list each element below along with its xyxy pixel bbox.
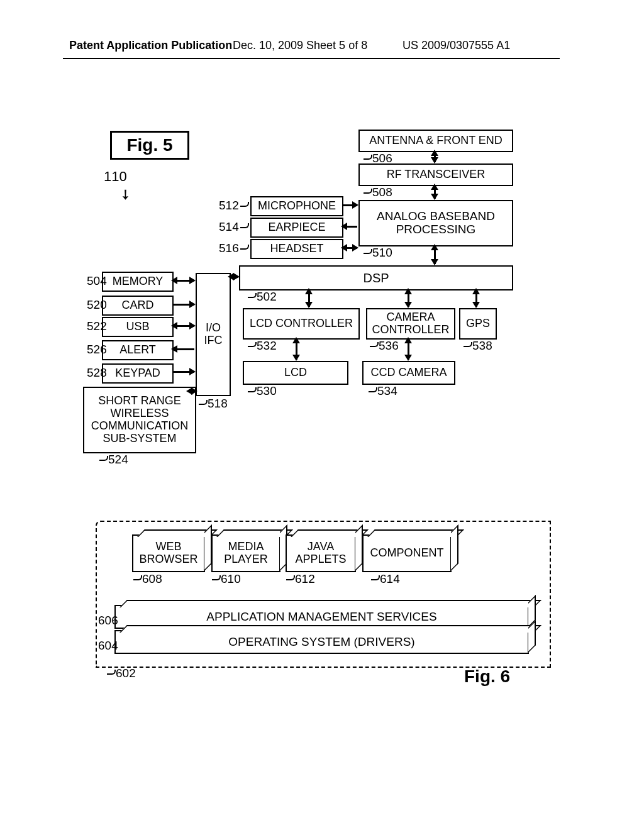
header-pub: Patent Application Publication xyxy=(69,39,232,52)
block-keypad: KEYPAD xyxy=(102,363,174,384)
ref-504: 504 xyxy=(87,274,107,288)
ref-508: 508 xyxy=(362,185,392,199)
arrowhead-left-icon xyxy=(341,223,347,230)
block-media-player: MEDIA PLAYER xyxy=(211,534,280,572)
ref-510: 510 xyxy=(362,246,392,260)
figure-5-title: Fig. 5 xyxy=(110,131,189,160)
ref-534: 534 xyxy=(367,384,397,398)
block-lcd: LCD xyxy=(243,361,348,385)
ref-604: 604 xyxy=(98,639,118,653)
ref-514: 514 xyxy=(219,220,249,234)
arrowhead-down-icon xyxy=(292,355,300,361)
arrowhead-down-icon xyxy=(472,302,480,308)
arrowhead-left-icon xyxy=(186,387,192,395)
block-rf-transceiver: RF TRANSCEIVER xyxy=(358,163,513,186)
arrowhead-up-icon xyxy=(431,244,438,250)
block-java-applets: JAVA APPLETS xyxy=(286,534,356,572)
arrowhead-up-icon xyxy=(472,288,480,294)
block-dsp: DSP xyxy=(239,265,513,290)
arrowhead-right-icon xyxy=(189,322,196,329)
arrowhead-down-icon xyxy=(431,259,438,265)
arrowhead-down-icon xyxy=(404,355,412,361)
block-lcd-controller: LCD CONTROLLER xyxy=(243,308,360,340)
header-rule xyxy=(63,58,560,59)
arrowhead-down-icon xyxy=(431,194,438,200)
ref-532: 532 xyxy=(247,339,277,353)
block-headset: HEADSET xyxy=(250,239,343,259)
arrowhead-right-icon xyxy=(189,277,196,284)
arrowhead-left-icon xyxy=(171,322,177,329)
ref-528: 528 xyxy=(87,366,107,380)
ref-538: 538 xyxy=(462,339,492,353)
ref-608: 608 xyxy=(132,572,162,586)
block-memory: MEMORY xyxy=(102,272,174,292)
arrowhead-up-icon xyxy=(431,150,438,156)
arrowhead-up-icon xyxy=(305,288,313,294)
ref-610: 610 xyxy=(211,572,241,586)
arrowhead-left-icon xyxy=(341,244,347,252)
arrowhead-right-icon xyxy=(233,273,240,280)
arrowhead-up-icon xyxy=(404,337,412,343)
arrowhead-down-icon xyxy=(431,157,438,163)
ref-530: 530 xyxy=(247,384,277,398)
arrowhead-left-icon xyxy=(228,273,234,280)
ref-536: 536 xyxy=(369,339,399,353)
ref-614: 614 xyxy=(370,572,400,586)
block-io-ifc: I/O IFC xyxy=(196,273,231,396)
arrowhead-right-icon xyxy=(189,301,196,308)
arrowhead-right-icon xyxy=(189,368,196,375)
block-operating-system: OPERATING SYSTEM (DRIVERS) xyxy=(114,630,529,654)
ref-602: 602 xyxy=(106,667,136,680)
arrowhead-down-icon xyxy=(404,302,412,308)
arrowhead-right-icon xyxy=(352,244,358,252)
block-alert: ALERT xyxy=(102,340,174,360)
ref-524: 524 xyxy=(98,453,128,467)
ref-612: 612 xyxy=(285,572,315,586)
header-date: Dec. 10, 2009 Sheet 5 of 8 xyxy=(233,39,367,52)
block-antenna-front-end: ANTENNA & FRONT END xyxy=(358,130,513,152)
block-short-range-wireless: SHORT RANGE WIRELESS COMMUNICATION SUB-S… xyxy=(83,387,196,453)
ref-522: 522 xyxy=(87,319,107,333)
block-gps: GPS xyxy=(459,308,497,340)
block-usb: USB xyxy=(102,317,174,337)
figure-6-title: Fig. 6 xyxy=(464,667,510,687)
block-analog-baseband: ANALOG BASEBAND PROCESSING xyxy=(358,200,513,246)
block-component: COMPONENT xyxy=(362,534,452,572)
arrowhead-down-icon xyxy=(305,302,313,308)
ref-502: 502 xyxy=(247,290,277,304)
arrowhead-up-icon xyxy=(404,288,412,294)
block-earpiece: EARPIECE xyxy=(250,218,343,238)
block-web-browser: WEB BROWSER xyxy=(132,534,205,572)
header-docnum: US 2009/0307555 A1 xyxy=(402,39,510,52)
block-camera-controller: CAMERA CONTROLLER xyxy=(366,308,455,340)
block-ccd-camera: CCD CAMERA xyxy=(362,361,455,385)
ref-110: 110 xyxy=(104,169,127,185)
ref-520: 520 xyxy=(87,298,107,312)
ref-516: 516 xyxy=(219,241,249,255)
arrowhead-up-icon xyxy=(431,184,438,190)
ref-506: 506 xyxy=(362,152,392,165)
ref-606: 606 xyxy=(98,614,118,628)
arrowhead-up-icon xyxy=(292,337,300,343)
arrow-110-icon: ➘ xyxy=(115,184,135,204)
arrowhead-right-icon xyxy=(352,201,358,209)
ref-526: 526 xyxy=(87,343,107,357)
ref-512: 512 xyxy=(219,199,249,213)
ref-518: 518 xyxy=(197,397,228,411)
arrowhead-left-icon xyxy=(171,277,177,284)
block-card: CARD xyxy=(102,296,174,316)
block-microphone: MICROPHONE xyxy=(250,196,343,216)
arrowhead-left-icon xyxy=(171,345,177,353)
